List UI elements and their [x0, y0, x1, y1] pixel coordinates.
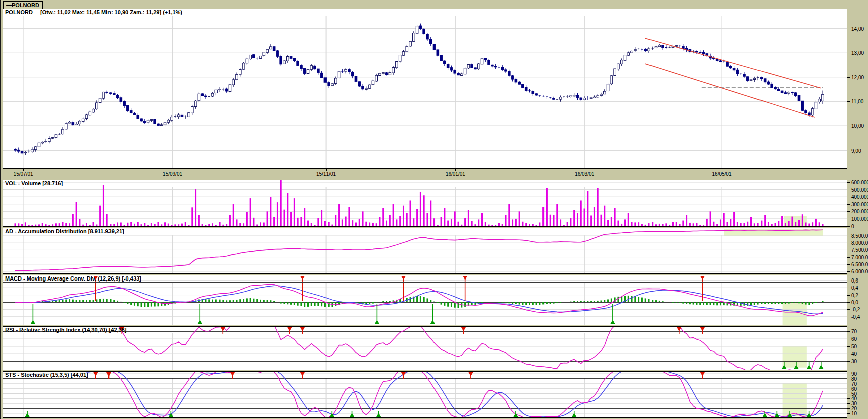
ad-panel: AD - Accumulation Distribution [8.911.93…	[3, 228, 847, 274]
y-axis-tick	[847, 394, 850, 394]
y-axis-tick	[847, 403, 850, 404]
y-axis-tick	[847, 219, 850, 219]
y-axis-tick	[847, 331, 850, 332]
y-axis-tick	[847, 29, 850, 29]
y-axis-label: 600.000	[851, 180, 868, 185]
y-axis-label: 0,6	[851, 278, 858, 284]
y-axis-tick	[847, 53, 850, 53]
y-axis-tick	[847, 389, 850, 389]
y-axis-label: -0,2	[851, 307, 860, 312]
sts-panel: STS - Stochastic (15,3,5) [44,01]	[3, 371, 847, 418]
y-axis-tick	[847, 354, 850, 354]
rsi-y-axis: 7060504030	[847, 326, 868, 370]
y-axis-label: 0,4	[851, 285, 858, 291]
chart-tab[interactable]: —POLNORD	[3, 1, 43, 9]
y-axis-tick	[847, 236, 850, 236]
sts-panel-header: STS - Stochastic (15,3,5) [44,01]	[3, 372, 88, 378]
y-axis-tick	[847, 101, 850, 102]
x-axis-labels: 15/07/0115/09/0115/11/0116/01/0116/03/01…	[3, 169, 847, 180]
y-axis-label: 300.000	[851, 202, 868, 207]
price-panel: POLNORD [Otw.: 11,02 Max: 11,45 Min: 10,…	[3, 9, 847, 169]
x-axis-tick	[585, 169, 585, 171]
y-axis-tick	[847, 281, 850, 281]
sts-chart-canvas[interactable]	[3, 372, 847, 417]
price-panel-header: POLNORD [Otw.: 11,02 Max: 11,45 Min: 10,…	[3, 9, 847, 16]
y-axis-tick	[847, 408, 850, 409]
y-axis-tick	[847, 398, 850, 399]
y-axis-label: 7.000.000	[851, 255, 868, 260]
y-axis-tick	[847, 204, 850, 205]
y-axis-label: -0,4	[851, 314, 860, 320]
y-axis-label: 70	[851, 329, 857, 334]
y-axis-label: 0,2	[851, 293, 858, 298]
y-axis-label: 10,00	[851, 123, 864, 129]
y-axis-label: 8.500.000	[851, 233, 868, 239]
macd-y-axis: 0,60,40,20,0-0,2-0,4	[847, 275, 868, 325]
y-axis-tick	[847, 226, 850, 227]
y-axis-tick	[847, 190, 850, 190]
y-axis-label: 6.500.000	[851, 262, 868, 267]
x-axis-tick	[326, 169, 327, 171]
y-axis-label: 200.000	[851, 209, 868, 214]
x-axis-label: 16/05/01	[712, 171, 732, 177]
y-axis-tick	[847, 317, 850, 317]
x-axis-tick	[23, 169, 24, 171]
chart-tab-label: —POLNORD	[6, 2, 39, 8]
y-axis-tick	[847, 257, 850, 258]
rsi-panel-header: RSI - Relative Strength Index (14,30,70)…	[3, 327, 126, 333]
y-axis-label: 500.000	[851, 187, 868, 193]
y-axis-tick	[847, 346, 850, 347]
macd-panel-header: MACD - Moving Average Conv. Div. (12,26,…	[3, 275, 141, 282]
y-axis-tick	[847, 374, 850, 374]
x-axis-tick	[455, 169, 456, 171]
sts-y-axis: 908070605040302010	[847, 371, 868, 418]
y-axis-label: 14,00	[851, 26, 864, 32]
y-axis-tick	[847, 302, 850, 303]
y-axis-tick	[847, 243, 850, 243]
y-axis-tick	[847, 413, 850, 414]
rsi-panel: RSI - Relative Strength Index (14,30,70)…	[3, 326, 847, 370]
y-axis-tick	[847, 250, 850, 250]
y-axis-label: 12,00	[851, 75, 864, 80]
y-axis-tick	[847, 77, 850, 78]
x-axis-tick	[173, 169, 173, 171]
x-axis-label: 16/01/01	[446, 171, 465, 177]
y-axis-tick	[847, 309, 850, 310]
y-axis-label: 10	[851, 411, 857, 416]
y-axis-tick	[847, 384, 850, 384]
y-axis-tick	[847, 151, 850, 151]
y-axis-tick	[847, 264, 850, 265]
y-axis-label: 50	[851, 344, 857, 349]
y-axis-label: 60	[851, 336, 857, 342]
y-axis-tick	[847, 288, 850, 288]
y-axis-tick	[847, 271, 850, 272]
y-axis-label: 30	[851, 359, 857, 364]
y-axis-tick	[847, 211, 850, 212]
y-axis-tick	[847, 182, 850, 183]
price-ohlc-info: [Otw.: 11,02 Max: 11,45 Min: 10,90 Zam.:…	[38, 9, 182, 16]
x-axis-label: 16/03/01	[575, 171, 594, 177]
x-axis-label: 15/11/01	[316, 171, 336, 177]
y-axis-label: 13,00	[851, 50, 864, 56]
volume-panel: VOL - Volume [28.716]	[3, 180, 847, 227]
y-axis-label: 7.500.000	[851, 247, 868, 253]
volume-panel-header: VOL - Volume [28.716]	[3, 180, 63, 187]
price-y-axis: 14,0013,0012,0011,0010,009,00	[847, 9, 868, 169]
y-axis-label: 400.000	[851, 194, 868, 200]
y-axis-label: 6.000.000	[851, 269, 868, 274]
x-axis-label: 15/07/01	[14, 171, 33, 177]
y-axis-label: 8.000.000	[851, 240, 868, 246]
ad-panel-header: AD - Accumulation Distribution [8.911.93…	[3, 228, 124, 235]
y-axis-tick	[847, 197, 850, 197]
y-axis-tick	[847, 379, 850, 379]
price-chart-canvas[interactable]	[3, 9, 847, 168]
chart-workspace: —POLNORD POLNORD [Otw.: 11,02 Max: 11,45…	[0, 0, 868, 419]
y-axis-label: 11,00	[851, 99, 863, 104]
macd-chart-canvas[interactable]	[3, 275, 847, 325]
x-axis-tick	[722, 169, 722, 171]
y-axis-label: 100.000	[851, 216, 868, 222]
y-axis-tick	[847, 361, 850, 362]
symbol-label: POLNORD	[3, 9, 36, 16]
ad-y-axis: 8.500.0008.000.0007.500.0007.000.0006.50…	[847, 228, 868, 274]
y-axis-tick	[847, 339, 850, 339]
